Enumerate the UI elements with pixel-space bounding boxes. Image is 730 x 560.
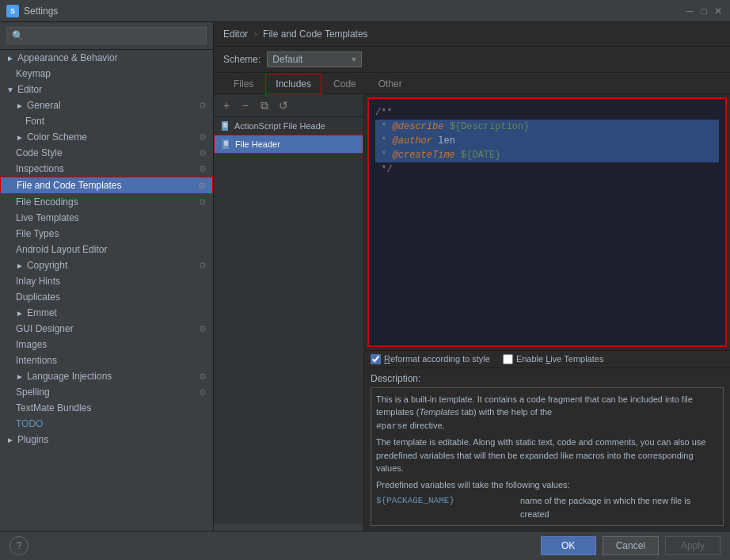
add-template-button[interactable]: +: [219, 97, 234, 113]
cancel-button[interactable]: Cancel: [603, 536, 659, 555]
desc-text-4: Predefined variables will take the follo…: [376, 478, 718, 492]
breadcrumb-sep: ›: [254, 29, 257, 40]
tab-other[interactable]: Other: [368, 74, 413, 94]
sidebar-item-live-templates[interactable]: Live Templates: [0, 210, 213, 226]
sidebar-item-label: GUI Designer: [16, 323, 74, 334]
sidebar-item-label: File Encodings: [16, 196, 78, 208]
sidebar-item-appearance[interactable]: Appearance & Behavior: [0, 50, 213, 66]
reformat-checkbox[interactable]: [371, 354, 381, 364]
breadcrumb: Editor › File and Code Templates: [214, 22, 730, 47]
sidebar-item-label: Plugins: [17, 434, 48, 445]
sidebar-item-plugins[interactable]: Plugins: [0, 432, 213, 448]
sidebar-item-label: Duplicates: [16, 291, 60, 303]
template-item-label: File Header: [235, 139, 280, 149]
sidebar-item-spelling[interactable]: Spelling ⚙: [0, 384, 213, 400]
scheme-select-wrapper: Default Project: [267, 51, 362, 67]
sidebar-item-intentions[interactable]: Intentions: [0, 352, 213, 368]
sidebar-item-gui-designer[interactable]: GUI Designer ⚙: [0, 321, 213, 337]
expand-icon: [16, 261, 24, 270]
tab-code[interactable]: Code: [323, 74, 367, 94]
sidebar-item-label: TextMate Bundles: [16, 402, 91, 413]
sidebar-item-label: File Types: [16, 228, 59, 239]
scheme-row: Scheme: Default Project: [214, 47, 730, 73]
apply-button[interactable]: Apply: [665, 536, 720, 555]
bottom-bar: ? OK Cancel Apply: [0, 531, 730, 560]
minimize-button[interactable]: ─: [684, 6, 695, 17]
scheme-select[interactable]: Default Project: [267, 51, 362, 67]
sidebar-item-code-style[interactable]: Code Style ⚙: [0, 145, 213, 161]
sidebar-item-images[interactable]: Images: [0, 337, 213, 352]
settings-icon: ⚙: [199, 132, 207, 143]
sidebar-item-label: Copyright: [27, 260, 67, 271]
template-toolbar: + − ⧉ ↺: [214, 94, 363, 117]
code-line: * @createTime ${DATE}: [375, 148, 719, 162]
svg-rect-4: [222, 139, 229, 149]
breadcrumb-part1: Editor: [223, 29, 248, 40]
template-file-icon: [220, 120, 231, 131]
title-bar: S Settings ─ □ ✕: [0, 0, 730, 22]
variable-key: ${PACKAGE_NAME}: [376, 494, 519, 520]
sidebar-item-file-code-templates[interactable]: File and Code Templates ⚙: [0, 177, 213, 194]
live-templates-checkbox-label[interactable]: Enable Live Templates: [503, 354, 604, 364]
sidebar-item-label: Language Injections: [27, 371, 112, 382]
code-editor[interactable]: /** * @describe ${Description} * @author…: [367, 97, 727, 347]
right-panel: Editor › File and Code Templates Scheme:…: [214, 22, 730, 531]
window-controls: ─ □ ✕: [684, 6, 724, 17]
list-item[interactable]: ActionScript File Heade: [214, 117, 363, 135]
app-icon: S: [6, 5, 19, 17]
main-content: Appearance & Behavior Keymap Editor Gene…: [0, 22, 730, 531]
horizontal-scrollbar[interactable]: [214, 524, 363, 531]
content-area: + − ⧉ ↺ ActionScript File Heade: [214, 94, 730, 531]
window-title: Settings: [24, 6, 684, 17]
template-file-icon: [221, 139, 232, 150]
sidebar-item-textmate-bundles[interactable]: TextMate Bundles: [0, 400, 213, 416]
settings-icon: ⚙: [199, 261, 207, 271]
search-box: [0, 22, 213, 50]
editor-options: Reformat according to style Enable Live …: [364, 350, 730, 368]
tab-includes[interactable]: Includes: [265, 74, 321, 94]
reset-template-button[interactable]: ↺: [276, 97, 291, 113]
sidebar-item-label: Images: [16, 339, 47, 350]
sidebar-item-keymap[interactable]: Keymap: [0, 66, 213, 82]
live-templates-label: Enable Live Templates: [516, 354, 604, 364]
remove-template-button[interactable]: −: [238, 97, 253, 113]
sidebar-item-todo[interactable]: TODO: [0, 416, 213, 432]
sidebar-item-general[interactable]: General ⚙: [0, 97, 213, 113]
description-body: This is a built-in template. It contains…: [371, 387, 724, 527]
expand-icon: [6, 86, 14, 94]
live-templates-checkbox[interactable]: [503, 354, 513, 364]
sidebar-item-file-encodings[interactable]: File Encodings ⚙: [0, 194, 213, 210]
copy-template-button[interactable]: ⧉: [257, 97, 272, 113]
search-input[interactable]: [6, 27, 207, 44]
list-item[interactable]: File Header: [214, 135, 363, 154]
maximize-button[interactable]: □: [698, 6, 709, 17]
sidebar-item-editor[interactable]: Editor: [0, 82, 213, 97]
sidebar-item-emmet[interactable]: Emmet: [0, 305, 213, 321]
sidebar-item-label: Font: [25, 116, 44, 127]
sidebar-item-inspections[interactable]: Inspections ⚙: [0, 161, 213, 177]
sidebar-item-copyright[interactable]: Copyright ⚙: [0, 257, 213, 273]
sidebar-item-android-layout-editor[interactable]: Android Layout Editor: [0, 242, 213, 257]
sidebar-item-label: Spelling: [16, 387, 50, 398]
svg-rect-0: [222, 121, 228, 131]
variable-value: name of the package in which the new fil…: [520, 494, 718, 520]
sidebar-item-file-types[interactable]: File Types: [0, 226, 213, 242]
sidebar-item-inlay-hints[interactable]: Inlay Hints: [0, 273, 213, 289]
tab-files[interactable]: Files: [223, 74, 264, 94]
reformat-checkbox-label[interactable]: Reformat according to style: [371, 354, 490, 364]
help-button[interactable]: ?: [10, 536, 29, 555]
reformat-label: Reformat according to style: [384, 354, 490, 364]
code-line: /**: [375, 105, 719, 120]
sidebar-item-color-scheme[interactable]: Color Scheme ⚙: [0, 129, 213, 145]
sidebar-item-duplicates[interactable]: Duplicates: [0, 289, 213, 305]
code-line: * @describe ${Description}: [375, 120, 719, 134]
sidebar-item-font[interactable]: Font: [0, 113, 213, 129]
settings-icon: ⚙: [199, 371, 207, 382]
template-item-label: ActionScript File Heade: [234, 121, 325, 131]
sidebar-item-label: Inspections: [16, 163, 64, 174]
sidebar-item-label: Emmet: [27, 307, 57, 318]
ok-button[interactable]: OK: [541, 536, 596, 555]
close-button[interactable]: ✕: [713, 6, 724, 17]
expand-icon: [6, 436, 14, 444]
sidebar-item-language-injections[interactable]: Language Injections ⚙: [0, 368, 213, 384]
